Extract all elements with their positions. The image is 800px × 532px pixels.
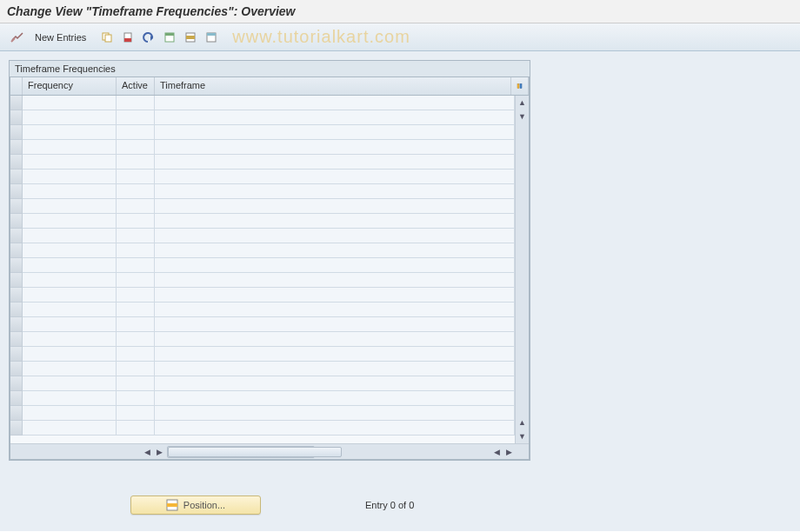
row-selector[interactable]: [10, 243, 23, 258]
cell-timeframe[interactable]: [155, 199, 515, 213]
cell-timeframe[interactable]: [155, 96, 515, 110]
column-config-icon[interactable]: [511, 77, 529, 95]
table-row[interactable]: [23, 391, 515, 406]
cell-active[interactable]: [117, 243, 155, 257]
cell-frequency[interactable]: [23, 155, 117, 169]
cell-timeframe[interactable]: [155, 155, 515, 169]
cell-timeframe[interactable]: [155, 243, 515, 257]
row-selector[interactable]: [10, 362, 23, 376]
scroll-down-bottom-icon[interactable]: ▼: [516, 429, 529, 443]
scroll-right-end-icon[interactable]: ▶: [503, 446, 515, 458]
column-header-active[interactable]: Active: [117, 77, 155, 95]
cell-frequency[interactable]: [23, 214, 117, 228]
new-entries-button[interactable]: New Entries: [30, 30, 91, 44]
cell-frequency[interactable]: [23, 391, 117, 405]
table-row[interactable]: [23, 243, 515, 258]
row-selector[interactable]: [10, 273, 23, 288]
cell-frequency[interactable]: [23, 362, 117, 376]
vertical-scrollbar[interactable]: ▲ ▼ ▲ ▼: [515, 96, 529, 443]
row-selector[interactable]: [10, 258, 23, 273]
table-row[interactable]: [23, 184, 515, 199]
cell-active[interactable]: [117, 110, 155, 124]
table-row[interactable]: [23, 303, 515, 317]
row-selector[interactable]: [10, 214, 23, 229]
undo-icon[interactable]: [140, 29, 157, 46]
cell-timeframe[interactable]: [155, 110, 515, 124]
row-selector[interactable]: [10, 229, 23, 243]
cell-active[interactable]: [117, 258, 155, 272]
table-row[interactable]: [23, 214, 515, 229]
table-row[interactable]: [23, 362, 515, 376]
row-selector[interactable]: [10, 303, 23, 317]
cell-timeframe[interactable]: [155, 125, 515, 139]
scroll-up-icon[interactable]: ▲: [516, 96, 529, 110]
row-selector[interactable]: [10, 170, 23, 184]
cell-timeframe[interactable]: [155, 184, 515, 198]
cell-active[interactable]: [117, 391, 155, 405]
copy-icon[interactable]: [98, 29, 116, 46]
cell-timeframe[interactable]: [155, 376, 515, 390]
cell-active[interactable]: [117, 303, 155, 316]
cell-timeframe[interactable]: [155, 288, 515, 302]
cell-active[interactable]: [117, 376, 155, 390]
select-all-icon[interactable]: [161, 29, 178, 46]
cell-active[interactable]: [117, 421, 155, 435]
cell-frequency[interactable]: [23, 317, 117, 331]
table-row[interactable]: [23, 155, 515, 170]
display-change-icon[interactable]: [9, 29, 26, 46]
row-selector[interactable]: [10, 199, 23, 214]
cell-timeframe[interactable]: [155, 170, 515, 183]
delete-icon[interactable]: [119, 29, 137, 46]
table-row[interactable]: [23, 96, 515, 110]
cell-frequency[interactable]: [23, 406, 117, 420]
cell-timeframe[interactable]: [155, 391, 515, 405]
cell-active[interactable]: [117, 96, 155, 110]
cell-timeframe[interactable]: [155, 332, 515, 346]
row-selector[interactable]: [10, 406, 23, 421]
cell-frequency[interactable]: [23, 421, 117, 435]
cell-timeframe[interactable]: [155, 229, 515, 243]
table-row[interactable]: [23, 406, 515, 421]
cell-timeframe[interactable]: [155, 303, 515, 316]
row-selector[interactable]: [10, 125, 23, 140]
cell-active[interactable]: [117, 199, 155, 213]
cell-timeframe[interactable]: [155, 140, 515, 154]
cell-active[interactable]: [117, 362, 155, 376]
horizontal-scrollbar[interactable]: ◀ ▶ ◀ ▶: [10, 443, 529, 459]
table-row[interactable]: [23, 273, 515, 288]
table-row[interactable]: [23, 125, 515, 140]
table-row[interactable]: [23, 332, 515, 347]
scroll-right-icon[interactable]: ▶: [153, 446, 165, 458]
cell-timeframe[interactable]: [155, 421, 515, 435]
cell-frequency[interactable]: [23, 376, 117, 390]
cell-frequency[interactable]: [23, 140, 117, 154]
table-row[interactable]: [23, 258, 515, 273]
hscroll-track[interactable]: [167, 446, 315, 458]
table-row[interactable]: [23, 229, 515, 243]
row-selector[interactable]: [10, 155, 23, 170]
table-row[interactable]: [23, 170, 515, 184]
cell-frequency[interactable]: [23, 347, 117, 361]
row-selector[interactable]: [10, 376, 23, 391]
cell-timeframe[interactable]: [155, 258, 515, 272]
cell-active[interactable]: [117, 288, 155, 302]
row-selector[interactable]: [10, 347, 23, 362]
cell-active[interactable]: [117, 170, 155, 183]
table-row[interactable]: [23, 317, 515, 332]
cell-frequency[interactable]: [23, 110, 117, 124]
cell-active[interactable]: [117, 214, 155, 228]
scroll-up-bottom-icon[interactable]: ▲: [516, 416, 529, 429]
cell-frequency[interactable]: [23, 96, 117, 110]
row-selector[interactable]: [10, 332, 23, 347]
row-selector[interactable]: [10, 288, 23, 303]
cell-frequency[interactable]: [23, 243, 117, 257]
row-selector[interactable]: [10, 96, 23, 110]
column-header-frequency[interactable]: Frequency: [23, 77, 117, 95]
cell-active[interactable]: [117, 125, 155, 139]
position-button[interactable]: Position...: [130, 495, 261, 515]
row-selector[interactable]: [10, 421, 23, 436]
row-selector[interactable]: [10, 140, 23, 155]
cell-active[interactable]: [117, 140, 155, 154]
cell-active[interactable]: [117, 332, 155, 346]
table-row[interactable]: [23, 347, 515, 362]
